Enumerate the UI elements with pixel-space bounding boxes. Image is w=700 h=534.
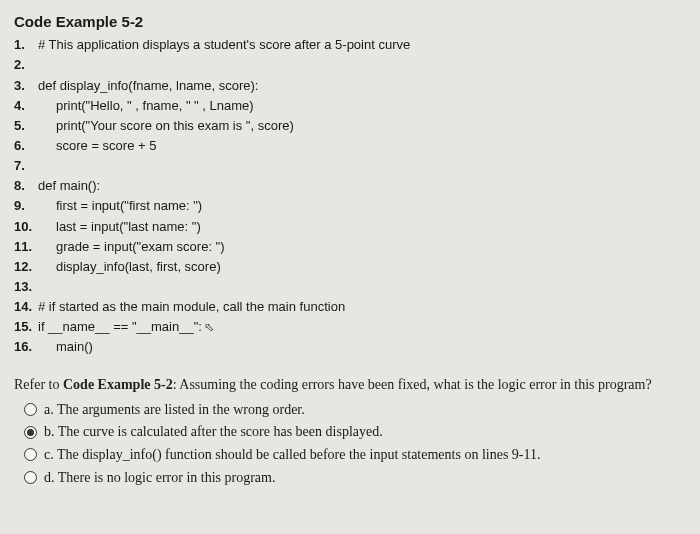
code-text: if __name__ == "__main__":⬁ [38,317,214,337]
line-num: 6. [14,136,38,156]
code-text: print("Your score on this exam is ", sco… [38,116,294,136]
radio-icon[interactable] [24,448,37,461]
line-num: 3. [14,76,38,96]
line-num: 2. [14,55,38,75]
code-text: # if started as the main module, call th… [38,297,345,317]
code-text: print("Hello, " , fname, " " , Lname) [38,96,254,116]
code-text: def main(): [38,176,100,196]
cursor-icon: ⬁ [204,318,214,337]
line-num: 8. [14,176,38,196]
code-text: # This application displays a student's … [38,35,410,55]
code-listing: 1.# This application displays a student'… [14,35,686,357]
radio-icon[interactable] [24,426,37,439]
line-num: 13. [14,277,38,297]
code-text: grade = input("exam score: ") [38,237,225,257]
code-text: first = input("first name: ") [38,196,202,216]
option-d[interactable]: d. There is no logic error in this progr… [24,467,686,489]
option-label: b. The curve is calculated after the sco… [44,421,383,443]
line-num: 9. [14,196,38,216]
line-num: 10. [14,217,38,237]
line-num: 15. [14,317,38,337]
question-text: Refer to Code Example 5-2: Assuming the … [14,374,686,395]
option-label: d. There is no logic error in this progr… [44,467,275,489]
line-num: 4. [14,96,38,116]
line-num: 11. [14,237,38,257]
line-num: 12. [14,257,38,277]
line-num: 16. [14,337,38,357]
code-text: def display_info(fname, lname, score): [38,76,258,96]
line-num: 7. [14,156,38,176]
line-num: 14. [14,297,38,317]
option-label: c. The display_info() function should be… [44,444,541,466]
option-label: a. The arguments are listed in the wrong… [44,399,305,421]
line-num: 5. [14,116,38,136]
option-a[interactable]: a. The arguments are listed in the wrong… [24,399,686,421]
option-c[interactable]: c. The display_info() function should be… [24,444,686,466]
line-num: 1. [14,35,38,55]
question-ref: Code Example 5-2 [63,377,173,392]
option-b[interactable]: b. The curve is calculated after the sco… [24,421,686,443]
answer-options: a. The arguments are listed in the wrong… [14,399,686,489]
radio-icon[interactable] [24,403,37,416]
code-text: main() [38,337,93,357]
code-text: score = score + 5 [38,136,156,156]
radio-icon[interactable] [24,471,37,484]
question-tail: : Assuming the coding errors have been f… [173,377,652,392]
code-text: last = input("last name: ") [38,217,201,237]
code-example-title: Code Example 5-2 [14,10,686,33]
question-prefix: Refer to [14,377,63,392]
code-text: display_info(last, first, score) [38,257,221,277]
